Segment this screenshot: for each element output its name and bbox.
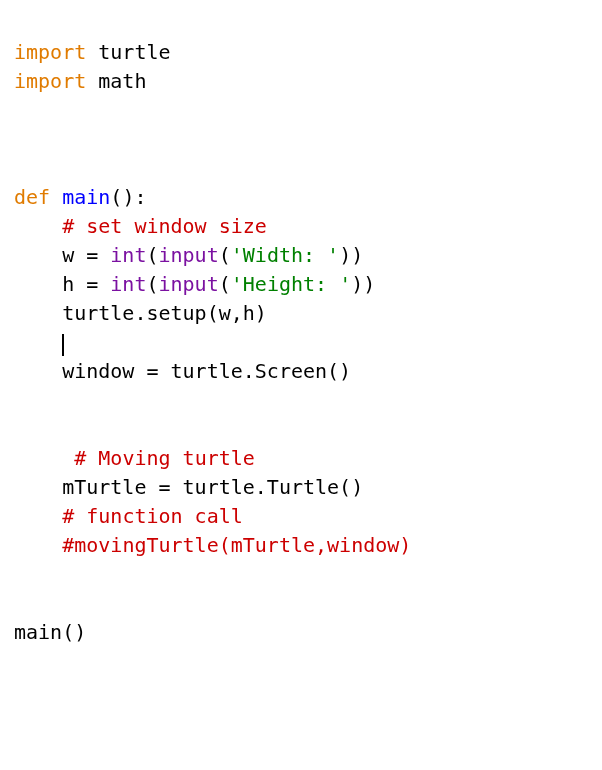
code-token: ( <box>146 243 158 267</box>
code-token: import <box>14 40 86 64</box>
code-token: )) <box>339 243 363 267</box>
code-token: window = turtle.Screen() <box>14 359 351 383</box>
code-token <box>14 533 62 557</box>
code-token: # set window size <box>62 214 267 238</box>
code-token: ( <box>146 272 158 296</box>
code-content: import turtle import math def main(): # … <box>14 38 588 647</box>
code-token: main <box>62 185 110 209</box>
code-token: int <box>110 272 146 296</box>
code-token: ( <box>219 243 231 267</box>
code-token: )) <box>351 272 375 296</box>
code-token: main() <box>14 620 86 644</box>
code-token <box>14 214 62 238</box>
code-token: #movingTurtle(mTurtle,window) <box>62 533 411 557</box>
code-editor[interactable]: import turtle import math def main(): # … <box>0 0 602 685</box>
code-token: turtle <box>86 40 170 64</box>
code-token: 'Width: ' <box>231 243 339 267</box>
code-token: def <box>14 185 50 209</box>
code-token: turtle.setup(w,h) <box>14 301 267 325</box>
code-token: input <box>159 243 219 267</box>
code-token <box>14 330 62 354</box>
code-token: (): <box>110 185 146 209</box>
code-token <box>50 185 62 209</box>
code-token: import <box>14 69 86 93</box>
text-cursor <box>62 334 64 356</box>
code-token: w = <box>14 243 110 267</box>
code-token: # Moving turtle <box>74 446 255 470</box>
code-token: h = <box>14 272 110 296</box>
code-token: # function call <box>62 504 243 528</box>
code-token: 'Height: ' <box>231 272 351 296</box>
code-token <box>14 504 62 528</box>
code-token: math <box>86 69 146 93</box>
code-token: input <box>159 272 219 296</box>
code-token: ( <box>219 272 231 296</box>
code-token: int <box>110 243 146 267</box>
code-token <box>14 446 74 470</box>
code-token: mTurtle = turtle.Turtle() <box>14 475 363 499</box>
